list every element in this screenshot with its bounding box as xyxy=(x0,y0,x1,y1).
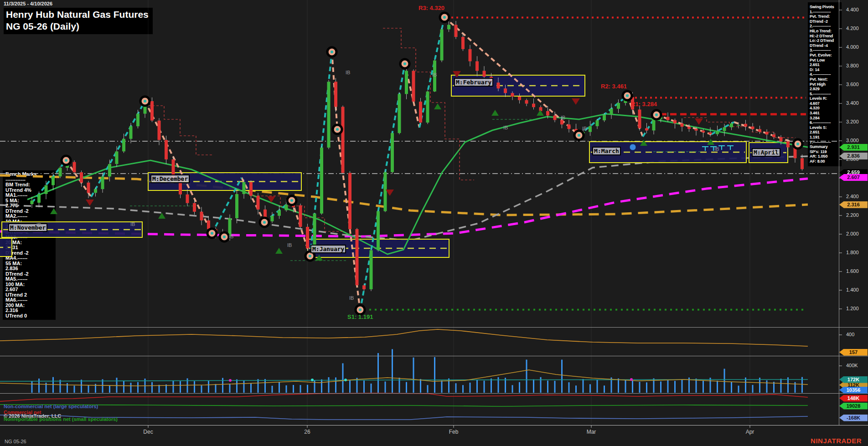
candlestick xyxy=(801,158,804,169)
panel-tick-label[interactable]: 400K xyxy=(846,363,858,368)
x-axis-label[interactable]: Dec xyxy=(143,429,153,435)
candlestick xyxy=(737,125,740,126)
cot-commercial-line xyxy=(0,393,808,401)
price-tick-label[interactable]: 2.400 xyxy=(846,194,859,199)
candlestick xyxy=(193,203,196,212)
price-tick-label[interactable]: 4.200 xyxy=(846,26,859,31)
price-marker: 2.607 xyxy=(839,174,868,181)
price-tick-label[interactable]: 3.200 xyxy=(846,119,859,124)
price-tick-label[interactable]: 3.800 xyxy=(846,63,859,68)
volume-bar xyxy=(264,379,266,393)
candlestick xyxy=(341,107,345,173)
inside-bar-label: IB xyxy=(346,70,350,75)
pivot-circle-dot xyxy=(309,255,311,257)
x-axis-label[interactable]: 26 xyxy=(304,429,310,435)
price-tick-label[interactable]: 1.400 xyxy=(846,287,859,292)
volume-bar xyxy=(660,381,661,393)
candlestick xyxy=(518,97,521,100)
candlestick xyxy=(348,173,351,229)
price-tick-label[interactable]: 1.600 xyxy=(846,268,859,274)
x-axis-label[interactable]: Apr xyxy=(746,429,754,435)
volume-bar xyxy=(618,379,619,393)
instrument-tab[interactable]: NG 05-26 xyxy=(5,439,26,444)
volume-bar xyxy=(667,380,669,393)
down-triangle-marker xyxy=(86,200,94,206)
inside-bar-label: IB xyxy=(432,72,437,77)
candlestick xyxy=(362,285,366,289)
inside-bar-label: IB xyxy=(714,146,719,152)
volume-bar xyxy=(526,359,527,393)
price-tick-label[interactable]: 3.600 xyxy=(846,82,859,87)
price-tick-label[interactable]: 2.200 xyxy=(846,212,859,218)
volume-bar xyxy=(88,385,89,393)
price-tick-label[interactable]: 3.000 xyxy=(846,138,859,143)
volume-bar xyxy=(31,381,33,393)
volume-bar xyxy=(194,381,195,393)
candlestick xyxy=(553,116,557,120)
month-range-label[interactable]: M:April xyxy=(752,148,780,157)
month-range-label[interactable]: M:February xyxy=(454,78,493,87)
month-range-label[interactable]: M:November xyxy=(8,223,47,232)
volume-bar xyxy=(342,363,344,393)
candlestick xyxy=(765,132,769,134)
price-tick-label[interactable]: 4.400 xyxy=(846,7,859,12)
ninjatrader-logo: NINJATRADER xyxy=(811,437,862,445)
month-range-label[interactable]: M:January xyxy=(310,245,346,253)
volume-signal-dot xyxy=(630,378,633,381)
pivot-circle-dot xyxy=(359,308,362,311)
candlestick xyxy=(440,29,444,60)
month-range-label[interactable]: M:March xyxy=(592,147,621,155)
volume-bar xyxy=(201,385,202,393)
candlestick xyxy=(200,212,203,220)
candlestick xyxy=(31,200,34,204)
volume-bar xyxy=(724,369,725,393)
x-axis-label[interactable]: Mar xyxy=(587,429,596,435)
cot-legend-item: Non-commercial net (large speculators) xyxy=(4,404,98,409)
candlestick xyxy=(320,148,323,214)
price-tick-label[interactable]: 1.800 xyxy=(846,250,859,255)
volume-bar xyxy=(130,383,132,393)
volume-bar xyxy=(441,380,443,393)
volume-bar xyxy=(222,378,223,393)
candlestick xyxy=(532,104,535,108)
candlestick xyxy=(758,129,761,132)
volume-bar xyxy=(674,381,676,393)
panel-value-marker: 148K xyxy=(839,395,868,402)
candlestick xyxy=(447,25,450,29)
price-tick-label[interactable]: 3.400 xyxy=(846,100,859,106)
candlestick xyxy=(673,120,677,123)
volume-bar xyxy=(159,385,160,393)
candlestick xyxy=(80,172,83,183)
pivot-circle-dot xyxy=(796,143,799,145)
volume-bar xyxy=(547,381,548,393)
volume-bar xyxy=(470,383,471,393)
price-tick-label[interactable]: 4.000 xyxy=(846,44,859,50)
volume-bar xyxy=(314,380,315,393)
volume-bar xyxy=(766,380,768,393)
volume-bar xyxy=(639,382,641,393)
volume-bar xyxy=(682,379,683,393)
candlestick xyxy=(645,128,648,130)
volume-bar xyxy=(752,385,754,393)
panel-tick-label[interactable]: 400 xyxy=(846,332,854,337)
price-marker: 2.836 xyxy=(839,153,868,159)
candlestick xyxy=(772,134,775,137)
inside-bar-label: IB xyxy=(349,295,354,301)
panel-value-marker: 10356 xyxy=(839,387,868,394)
candlestick xyxy=(334,82,337,107)
x-axis-label[interactable]: Feb xyxy=(449,429,459,435)
candlestick xyxy=(129,126,133,139)
candlestick xyxy=(101,177,104,190)
candlestick xyxy=(511,93,514,97)
candlestick xyxy=(391,133,394,172)
month-range-label[interactable]: M:December xyxy=(150,174,190,183)
swing-zigzag-up xyxy=(32,160,66,203)
volume-bar xyxy=(427,385,429,393)
candlestick xyxy=(681,123,684,127)
volume-bar xyxy=(533,379,534,393)
price-tick-label[interactable]: 1.200 xyxy=(846,306,859,311)
volume-bar xyxy=(307,385,308,393)
price-tick-label[interactable]: 2.000 xyxy=(846,231,859,236)
candlestick xyxy=(426,92,429,123)
inside-bar-label: IB xyxy=(503,125,508,130)
